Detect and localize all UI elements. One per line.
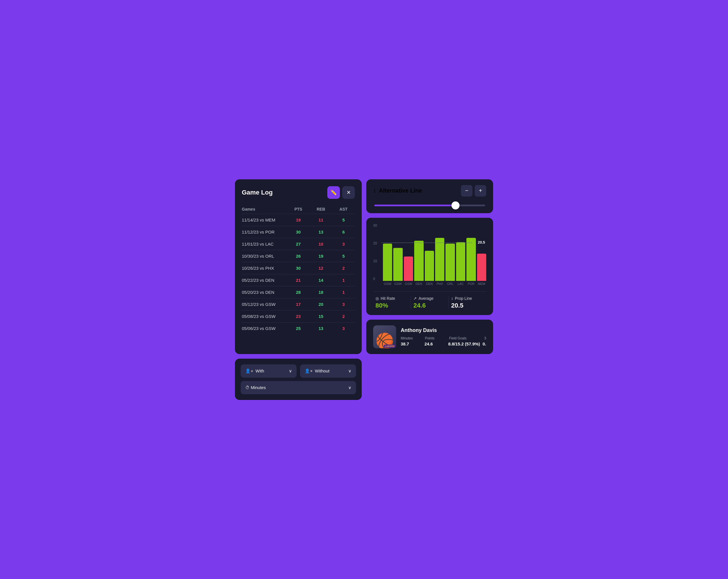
pts-val: 28 [287,290,310,295]
ast-val: 1 [332,290,355,295]
game-date: 05/20/23 vs DEN [242,290,287,295]
without-filter-button[interactable]: 👤× Without ∨ [300,364,356,378]
alt-line-slider[interactable] [374,205,485,206]
prop-line-label: 20.5 [478,240,485,245]
game-date: 05/12/23 vs GSW [242,302,287,307]
prop-line-stat-label: ↕ Prop Line [451,296,484,301]
y-label-30: 30 [373,224,377,228]
player-info: Anthony Davis Minutes Points Field Goals… [401,327,486,346]
table-row: 11/14/23 vs MEM 19 11 5 [242,214,355,226]
bar-label: POR [466,282,475,285]
reb-val: 18 [310,290,332,295]
reb-val: 14 [310,278,332,283]
table-row: 05/20/23 vs DEN 28 18 1 [242,286,355,298]
fg-value: 8.8/15.2 (57.9%) [448,342,480,346]
right-column: ↕ Alternative Line − + 30 20 [366,179,493,354]
table-row: 10/26/23 vs PHX 30 12 2 [242,262,355,274]
y-label-0: 0 [373,277,377,281]
minutes-header: Minutes [401,336,422,340]
game-date: 05/06/23 vs GSW [242,326,287,331]
game-date: 05/08/23 vs GSW [242,314,287,319]
bar-group [477,254,486,281]
three-value: 0. [483,342,486,346]
chart-card: 30 20 10 0 20.5 GSWGSWGSWDENDENPHXORLLAC… [366,218,493,315]
reb-val: 15 [310,314,332,319]
hit-rate-stat: ◎ Hit Rate 80% [373,296,411,309]
points-header: Points [425,336,447,340]
pts-val: 21 [287,278,310,283]
table-row: 05/08/23 vs GSW 23 15 2 [242,310,355,322]
player-card: 🏀 LAKERS Anthony Davis Minutes Points Fi… [366,320,493,354]
bar-group [435,238,444,281]
bar-label: DEN [425,282,434,285]
with-icon: 👤+ [245,369,253,374]
game-date: 10/26/23 vs PHX [242,266,287,271]
chart-bar [383,244,392,281]
y-label-20: 20 [373,241,377,245]
pts-val: 23 [287,314,310,319]
with-chevron: ∨ [289,369,292,374]
ast-val: 3 [332,242,355,247]
bar-group [404,256,413,281]
ast-val: 5 [332,254,355,258]
alt-line-section: ↕ Alternative Line − + [366,179,493,213]
bar-group [414,241,423,281]
game-date: 10/30/23 vs ORL [242,254,287,258]
player-stats-values: 38.7 24.6 8.8/15.2 (57.9%) 0. [401,342,486,346]
ast-val: 6 [332,229,355,234]
reb-val: 20 [310,302,332,307]
chart-bar [435,238,444,281]
chart-bar [477,254,486,281]
chart-stats: ◎ Hit Rate 80% ↗ Average 24.6 ↕ Prop Lin [373,291,486,309]
ast-val: 2 [332,314,355,319]
col-games: Games [242,207,287,211]
reb-val: 13 [310,326,332,331]
game-date: 05/22/23 vs DEN [242,278,287,283]
three-header: 3 [484,336,486,340]
header-buttons: ✏️ ✕ [327,186,355,199]
reb-val: 11 [310,218,332,222]
bar-label: GSW [393,282,402,285]
table-header: Games PTS REB AST [242,205,355,214]
average-value: 24.6 [413,302,446,309]
alt-line-controls: − + [461,185,486,197]
bar-group [466,238,475,281]
chart-bar [425,251,434,281]
chart-bar [456,242,465,281]
chart-bar [466,238,475,281]
ast-val: 5 [332,218,355,222]
chart-bar [445,244,454,281]
minutes-filter-button[interactable]: ⏱ Minutes ∨ [241,381,356,394]
bar-group [456,242,465,281]
player-avatar: 🏀 LAKERS [373,325,396,348]
minus-button[interactable]: − [461,185,472,197]
chart-bar [404,256,413,281]
alt-line-title: ↕ Alternative Line [373,187,422,194]
edit-button[interactable]: ✏️ [327,186,340,199]
average-label: ↗ Average [413,296,446,301]
prop-line-stat: ↕ Prop Line 20.5 [449,296,486,309]
game-log-card: Game Log ✏️ ✕ Games PTS REB AST 11/14/23… [235,179,362,354]
alt-line-icon: ↕ [373,187,376,194]
bar-label: ORL [445,282,454,285]
table-row: 10/30/23 vs ORL 26 19 5 [242,250,355,262]
pts-val: 30 [287,266,310,271]
player-name: Anthony Davis [401,327,486,333]
reb-val: 19 [310,254,332,258]
bar-label: GSW [404,282,413,285]
table-row: 11/01/23 vs LAC 27 10 3 [242,238,355,250]
col-reb: REB [310,207,332,211]
game-date: 11/01/23 vs LAC [242,242,287,247]
with-filter-button[interactable]: 👤+ With ∨ [241,364,296,378]
bar-group [383,244,392,281]
hit-rate-value: 80% [375,302,409,309]
pts-val: 26 [287,254,310,258]
bar-group [393,248,402,281]
bar-group [445,244,454,281]
close-button[interactable]: ✕ [342,186,355,199]
col-pts: PTS [287,207,310,211]
without-label: Without [315,369,330,373]
bar-label: LAC [456,282,465,285]
average-icon: ↗ [413,296,417,301]
plus-button[interactable]: + [475,185,486,197]
